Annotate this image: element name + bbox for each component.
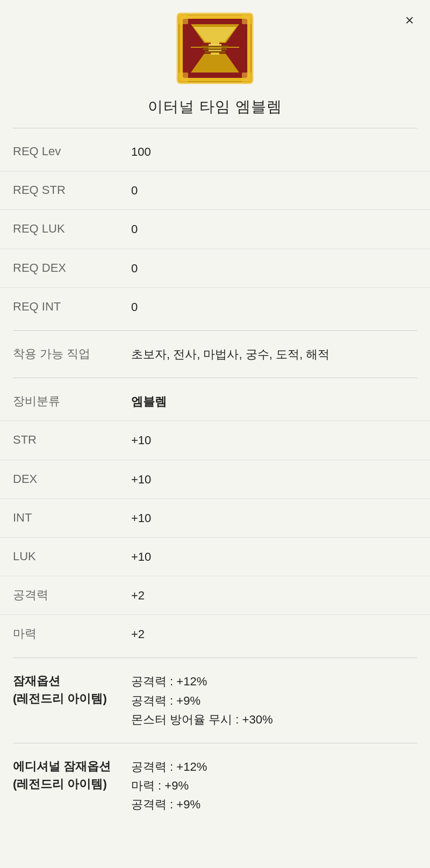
str-value: +10 bbox=[131, 431, 417, 450]
additional-potential-label: 에디셔널 잠재옵션 (레전드리 아이템) bbox=[13, 757, 131, 793]
req-int-value: 0 bbox=[131, 298, 417, 316]
modal-container: × bbox=[0, 0, 430, 868]
svg-rect-18 bbox=[205, 51, 225, 53]
req-lev-label: REQ Lev bbox=[13, 142, 131, 160]
potential-value-2: 공격력 : +9% bbox=[131, 691, 417, 710]
potential-label-line1: 잠재옵션 bbox=[13, 674, 60, 688]
potential-section: 잠재옵션 (레전드리 아이템) 공격력 : +12% 공격력 : +9% 몬스터… bbox=[0, 658, 430, 743]
potential-value-3: 몬스터 방어율 무시 : +30% bbox=[131, 710, 417, 729]
potential-value-1: 공격력 : +12% bbox=[131, 672, 417, 691]
svg-rect-12 bbox=[177, 13, 188, 24]
luk-value: +10 bbox=[131, 547, 417, 566]
additional-potential-label-line1: 에디셔널 잠재옵션 bbox=[13, 760, 111, 773]
potential-label-line2: (레전드리 아이템) bbox=[13, 692, 107, 705]
potential-values: 공격력 : +12% 공격력 : +9% 몬스터 방어율 무시 : +30% bbox=[131, 672, 417, 729]
item-image-area bbox=[0, 0, 430, 91]
category-label: 장비분류 bbox=[13, 392, 131, 410]
additional-potential-label-line2: (레전드리 아이템) bbox=[13, 777, 107, 791]
req-dex-row: REQ DEX 0 bbox=[0, 249, 430, 288]
svg-rect-13 bbox=[242, 13, 253, 24]
svg-rect-15 bbox=[242, 73, 253, 83]
category-value: 엠블렘 bbox=[131, 392, 417, 411]
int-row: INT +10 bbox=[0, 499, 430, 538]
str-row: STR +10 bbox=[0, 421, 430, 460]
potential-row: 잠재옵션 (레전드리 아이템) 공격력 : +12% 공격력 : +9% 몬스터… bbox=[0, 662, 430, 739]
req-str-value: 0 bbox=[131, 181, 417, 200]
req-luk-label: REQ LUK bbox=[13, 220, 131, 237]
magic-label: 마력 bbox=[13, 625, 131, 642]
req-int-label: REQ INT bbox=[13, 298, 131, 315]
magic-row: 마력 +2 bbox=[0, 615, 430, 653]
dex-label: DEX bbox=[13, 470, 131, 488]
svg-rect-16 bbox=[202, 46, 228, 47]
str-label: STR bbox=[13, 431, 131, 449]
req-dex-label: REQ DEX bbox=[13, 259, 131, 277]
additional-potential-value-1: 공격력 : +12% bbox=[131, 757, 417, 776]
category-row: 장비분류 엠블렘 bbox=[0, 382, 430, 421]
req-int-row: REQ INT 0 bbox=[0, 288, 430, 326]
item-image bbox=[172, 11, 258, 86]
close-icon: × bbox=[405, 12, 414, 29]
attack-label: 공격력 bbox=[13, 586, 131, 604]
dex-row: DEX +10 bbox=[0, 460, 430, 499]
equipment-section: 장비분류 엠블렘 STR +10 DEX +10 INT +10 LUK +10… bbox=[0, 378, 430, 657]
req-str-label: REQ STR bbox=[13, 181, 131, 199]
close-button[interactable]: × bbox=[398, 9, 421, 32]
req-lev-value: 100 bbox=[131, 142, 417, 161]
int-value: +10 bbox=[131, 509, 417, 527]
additional-potential-value-3: 공격력 : +9% bbox=[131, 795, 417, 814]
luk-row: LUK +10 bbox=[0, 538, 430, 576]
svg-rect-14 bbox=[177, 73, 188, 83]
job-label: 착용 가능 직업 bbox=[13, 345, 131, 363]
attack-value: +2 bbox=[131, 586, 417, 605]
req-lev-row: REQ Lev 100 bbox=[0, 133, 430, 171]
potential-label: 잠재옵션 (레전드리 아이템) bbox=[13, 672, 131, 707]
attack-row: 공격력 +2 bbox=[0, 576, 430, 615]
job-row: 착용 가능 직업 초보자, 전사, 마법사, 궁수, 도적, 해적 bbox=[0, 335, 430, 373]
req-luk-row: REQ LUK 0 bbox=[0, 210, 430, 249]
svg-rect-17 bbox=[203, 48, 227, 50]
additional-potential-row: 에디셔널 잠재옵션 (레전드리 아이템) 공격력 : +12% 마력 : +9%… bbox=[0, 748, 430, 824]
additional-potential-values: 공격력 : +12% 마력 : +9% 공격력 : +9% bbox=[131, 757, 417, 814]
req-dex-value: 0 bbox=[131, 259, 417, 278]
requirements-section: REQ Lev 100 REQ STR 0 REQ LUK 0 REQ DEX … bbox=[0, 128, 430, 330]
req-str-row: REQ STR 0 bbox=[0, 171, 430, 210]
req-luk-value: 0 bbox=[131, 220, 417, 238]
luk-label: LUK bbox=[13, 547, 131, 565]
item-title: 이터널 타임 엠블렘 bbox=[0, 91, 430, 128]
dex-value: +10 bbox=[131, 470, 417, 489]
additional-potential-section: 에디셔널 잠재옵션 (레전드리 아이템) 공격력 : +12% 마력 : +9%… bbox=[0, 743, 430, 828]
additional-potential-value-2: 마력 : +9% bbox=[131, 776, 417, 795]
job-section: 착용 가능 직업 초보자, 전사, 마법사, 궁수, 도적, 해적 bbox=[0, 331, 430, 378]
int-label: INT bbox=[13, 509, 131, 526]
magic-value: +2 bbox=[131, 625, 417, 643]
job-value: 초보자, 전사, 마법사, 궁수, 도적, 해적 bbox=[131, 345, 417, 364]
